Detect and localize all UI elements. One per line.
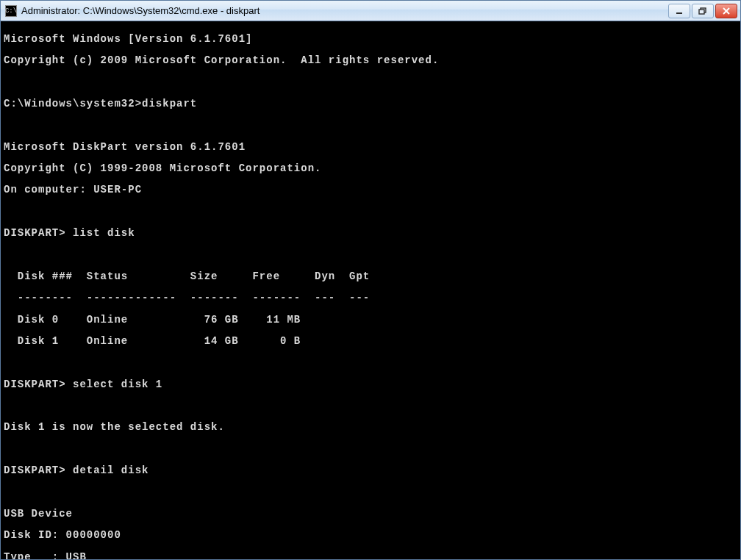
term-line bbox=[4, 487, 737, 498]
term-line: USB Device bbox=[4, 509, 737, 520]
terminal-output[interactable]: Microsoft Windows [Version 6.1.7601] Cop… bbox=[1, 21, 740, 559]
term-line: Copyright (c) 2009 Microsoft Corporation… bbox=[4, 55, 737, 66]
term-line bbox=[4, 76, 737, 87]
term-line: Microsoft Windows [Version 6.1.7601] bbox=[4, 34, 737, 45]
titlebar[interactable]: C:\ Administrator: C:\Windows\System32\c… bbox=[1, 1, 740, 21]
term-line bbox=[4, 444, 737, 455]
minimize-button[interactable] bbox=[668, 4, 690, 18]
window-controls bbox=[668, 4, 737, 18]
term-line: Microsoft DiskPart version 6.1.7601 bbox=[4, 142, 737, 153]
maximize-button[interactable] bbox=[692, 4, 714, 18]
term-line bbox=[4, 357, 737, 368]
term-line: DISKPART> list disk bbox=[4, 228, 737, 239]
term-line bbox=[4, 401, 737, 412]
term-line: Disk ID: 00000000 bbox=[4, 530, 737, 541]
term-line: DISKPART> detail disk bbox=[4, 465, 737, 476]
term-line: Type : USB bbox=[4, 552, 737, 559]
term-line: Disk ### Status Size Free Dyn Gpt bbox=[4, 271, 737, 282]
term-line: Copyright (C) 1999-2008 Microsoft Corpor… bbox=[4, 163, 737, 174]
term-line bbox=[4, 207, 737, 218]
term-line: DISKPART> select disk 1 bbox=[4, 379, 737, 390]
cmd-window: C:\ Administrator: C:\Windows\System32\c… bbox=[0, 0, 741, 560]
term-line: Disk 1 Online 14 GB 0 B bbox=[4, 336, 737, 347]
term-line: -------- ------------- ------- ------- -… bbox=[4, 292, 737, 304]
term-line: On computer: USER-PC bbox=[4, 184, 737, 195]
term-line: C:\Windows\system32>diskpart bbox=[4, 98, 737, 110]
term-line: Disk 0 Online 76 GB 11 MB bbox=[4, 315, 737, 326]
cmd-icon: C:\ bbox=[5, 5, 17, 17]
close-button[interactable] bbox=[715, 4, 737, 18]
term-line bbox=[4, 249, 737, 260]
term-line bbox=[4, 120, 737, 131]
window-title: Administrator: C:\Windows\System32\cmd.e… bbox=[21, 5, 668, 16]
svg-rect-2 bbox=[699, 10, 704, 14]
term-line: Disk 1 is now the selected disk. bbox=[4, 422, 737, 433]
